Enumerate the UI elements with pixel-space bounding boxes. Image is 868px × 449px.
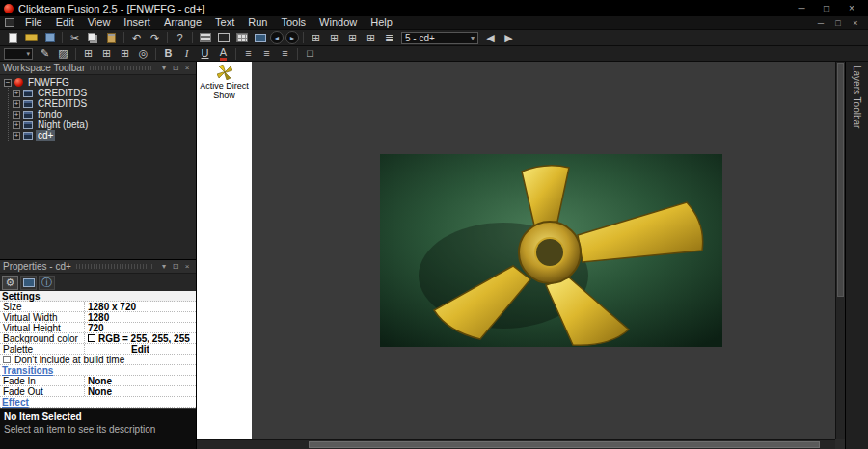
property-value[interactable]: None bbox=[85, 386, 196, 396]
restore-button[interactable]: □ bbox=[814, 1, 839, 15]
grid-setup-button[interactable]: ⊞ bbox=[116, 46, 134, 61]
tree-item-label[interactable]: CREDITDS bbox=[36, 98, 89, 109]
property-row-palette[interactable]: Palette Edit bbox=[0, 344, 196, 355]
property-value[interactable]: 720 bbox=[85, 323, 196, 332]
new-button[interactable] bbox=[4, 31, 22, 45]
expand-icon[interactable]: + bbox=[13, 132, 20, 140]
expand-icon[interactable]: + bbox=[13, 121, 20, 129]
zoom-combo[interactable]: ▾ bbox=[4, 48, 33, 60]
expand-icon[interactable]: + bbox=[13, 100, 20, 108]
paste-button[interactable] bbox=[102, 31, 121, 45]
align-left-button[interactable]: ≡ bbox=[239, 46, 258, 61]
panel-grip[interactable] bbox=[76, 264, 153, 269]
pen-tool-button[interactable]: ✎ bbox=[36, 46, 54, 61]
panel-grip[interactable] bbox=[90, 66, 153, 70]
underline-button[interactable]: U bbox=[196, 46, 214, 61]
property-row-background-color[interactable]: Background color RGB = 255, 255, 255 bbox=[0, 333, 196, 344]
collapse-icon[interactable]: − bbox=[4, 79, 12, 87]
close-button[interactable]: × bbox=[839, 1, 864, 15]
tree-item-frame[interactable]: + fondo bbox=[9, 109, 196, 119]
next-frame-button[interactable]: ▶ bbox=[500, 31, 518, 45]
redo-button[interactable]: ↷ bbox=[146, 31, 164, 45]
menu-view[interactable]: View bbox=[81, 16, 118, 29]
tab-runtime-options[interactable] bbox=[20, 276, 37, 290]
italic-button[interactable]: I bbox=[177, 46, 196, 61]
color-swatch[interactable] bbox=[88, 334, 95, 342]
panel-menu-button[interactable]: ▾ bbox=[158, 262, 170, 271]
property-row-size[interactable]: Size 1280 x 720 bbox=[0, 302, 196, 312]
panel-pin-icon[interactable]: ⊡ bbox=[170, 262, 181, 271]
bold-button[interactable]: B bbox=[159, 46, 177, 61]
save-button[interactable] bbox=[41, 31, 59, 45]
menu-window[interactable]: Window bbox=[312, 16, 364, 29]
minimize-button[interactable]: ─ bbox=[789, 1, 814, 15]
previous-frame-button[interactable]: ◀ bbox=[481, 31, 500, 45]
tab-settings[interactable]: ⚙ bbox=[2, 276, 18, 290]
font-color-button[interactable]: A bbox=[214, 46, 232, 61]
vertical-scrollbar[interactable] bbox=[835, 62, 845, 439]
undo-button[interactable]: ↶ bbox=[127, 31, 146, 45]
property-value[interactable]: 1280 x 720 bbox=[85, 302, 196, 311]
frame-selector-dropdown[interactable]: 5 - cd+ ▾ bbox=[401, 32, 478, 44]
horizontal-scrollbar[interactable] bbox=[197, 439, 835, 449]
grid-tool-3-button[interactable]: ⊞ bbox=[343, 31, 362, 45]
property-row-virtual-width[interactable]: Virtual Width 1280 bbox=[0, 312, 196, 323]
tab-about[interactable]: ⓘ bbox=[39, 276, 55, 290]
horizontal-scrollbar-thumb[interactable] bbox=[309, 441, 820, 448]
selection-box-button[interactable]: □ bbox=[301, 46, 319, 61]
tree-item-frame-selected[interactable]: + cd+ bbox=[9, 130, 196, 141]
event-list-editor-button[interactable] bbox=[251, 31, 269, 45]
menu-text[interactable]: Text bbox=[208, 16, 241, 29]
mdi-minimize-button[interactable]: ─ bbox=[812, 18, 829, 28]
property-row-fade-in[interactable]: Fade In None bbox=[0, 376, 196, 386]
mdi-restore-button[interactable]: □ bbox=[829, 18, 847, 28]
vertical-scrollbar-thumb[interactable] bbox=[837, 63, 844, 297]
checkbox[interactable] bbox=[3, 356, 11, 363]
layers-toolbar[interactable]: Layers Toolbar bbox=[845, 62, 868, 449]
navigate-forward-button[interactable]: ► bbox=[285, 31, 299, 44]
cut-button[interactable]: ✂ bbox=[66, 31, 84, 45]
snap-grid-button[interactable]: ⊞ bbox=[97, 46, 116, 61]
property-value[interactable]: RGB = 255, 255, 255 bbox=[85, 333, 196, 343]
active-directshow-object[interactable]: Active Direct Show bbox=[197, 65, 252, 101]
help-button[interactable]: ? bbox=[171, 31, 189, 45]
align-center-button[interactable]: ≡ bbox=[258, 46, 276, 61]
grid-tool-4-button[interactable]: ⊞ bbox=[362, 31, 380, 45]
menu-help[interactable]: Help bbox=[364, 16, 399, 29]
show-grid-button[interactable]: ⊞ bbox=[79, 46, 97, 61]
layers-list-button[interactable]: ≣ bbox=[380, 31, 398, 45]
properties-panel-header[interactable]: Properties - cd+ ▾ ⊡ × bbox=[0, 260, 196, 274]
radiation-symbol-image[interactable] bbox=[380, 154, 722, 347]
storyboard-editor-button[interactable] bbox=[196, 31, 214, 45]
menu-insert[interactable]: Insert bbox=[117, 16, 157, 29]
menu-tools[interactable]: Tools bbox=[274, 16, 312, 29]
panel-close-button[interactable]: × bbox=[181, 262, 193, 271]
frame-margin[interactable]: Active Direct Show bbox=[197, 62, 252, 439]
menu-arrange[interactable]: Arrange bbox=[157, 16, 208, 29]
tree-item-label[interactable]: cd+ bbox=[36, 130, 55, 141]
property-value[interactable]: None bbox=[85, 376, 196, 385]
open-button[interactable] bbox=[22, 31, 41, 45]
zoom-button[interactable]: ◎ bbox=[134, 46, 152, 61]
palette-edit-button[interactable]: Edit bbox=[85, 344, 196, 354]
property-row-virtual-height[interactable]: Virtual Height 720 bbox=[0, 323, 196, 333]
tree-item-label[interactable]: CREDITDS bbox=[36, 88, 89, 98]
fill-tool-button[interactable]: ▨ bbox=[54, 46, 72, 61]
mdi-close-button[interactable]: × bbox=[847, 18, 864, 28]
frame-editor-canvas[interactable]: Active Direct Show bbox=[197, 62, 845, 449]
navigate-back-button[interactable]: ◄ bbox=[270, 31, 284, 44]
property-row-fade-out[interactable]: Fade Out None bbox=[0, 386, 196, 397]
workspace-panel-header[interactable]: Workspace Toolbar ▾ ⊡ × bbox=[0, 62, 196, 75]
expand-icon[interactable]: + bbox=[13, 111, 20, 119]
tree-item-frame[interactable]: + CREDITDS bbox=[9, 88, 196, 98]
panel-close-button[interactable]: × bbox=[181, 64, 193, 72]
property-row-build-option[interactable]: Don't include at build time bbox=[0, 355, 196, 365]
menu-file[interactable]: File bbox=[18, 16, 49, 29]
tree-item-frame[interactable]: + Night (beta) bbox=[9, 119, 196, 130]
grid-tool-1-button[interactable]: ⊞ bbox=[307, 31, 325, 45]
frame-editor-button[interactable] bbox=[214, 31, 232, 45]
expand-icon[interactable]: + bbox=[13, 90, 20, 97]
tree-item-label[interactable]: FNWFFG bbox=[26, 77, 71, 88]
panel-pin-icon[interactable]: ⊡ bbox=[170, 64, 181, 72]
grid-tool-2-button[interactable]: ⊞ bbox=[325, 31, 343, 45]
